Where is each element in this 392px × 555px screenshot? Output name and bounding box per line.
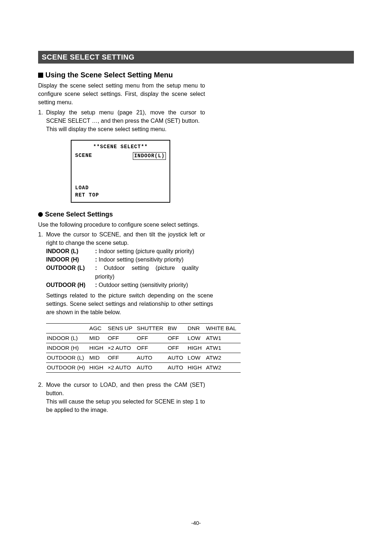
osd-load: LOAD	[75, 185, 166, 192]
cell: ATW1	[206, 343, 241, 353]
settings-step1: 1. Move the cursor to SCENE, and then ti…	[38, 230, 205, 247]
cell: OFF	[137, 333, 168, 343]
cell: OUTDOOR (L)	[46, 353, 89, 362]
table-row: INDOOR (H) HIGH ×2 AUTO OFF OFF HIGH ATW…	[46, 343, 241, 353]
def-body: Indoor setting (picture quality priority…	[99, 248, 194, 254]
cell: AUTO	[137, 353, 168, 362]
def-term: INDOOR (H)	[46, 255, 95, 264]
cell: HIGH	[188, 343, 206, 353]
step-number: 1.	[38, 108, 46, 134]
step1-line-b: This will display the scene select setti…	[46, 125, 205, 133]
cell: MID	[89, 333, 108, 343]
def-term: INDOOR (L)	[46, 247, 95, 255]
step-number: 2.	[38, 381, 46, 414]
th-shutter: SHUTTER	[137, 323, 168, 333]
cell: AUTO	[168, 353, 188, 362]
step2-line-b: This will cause the setup you selected f…	[46, 397, 205, 414]
cell: AUTO	[168, 362, 188, 372]
def-outdoor-h: OUTDOOR (H) : Outdoor setting (sensitivi…	[46, 281, 199, 289]
cell: OFF	[168, 333, 188, 343]
cell: OUTDOOR (H)	[46, 362, 89, 372]
cell: AUTO	[137, 362, 168, 372]
settings-intro: Use the following procedure to configure…	[38, 220, 205, 229]
osd-scene-label: SCENE	[75, 152, 92, 160]
table-row: INDOOR (L) MID OFF OFF OFF LOW ATW1	[46, 333, 241, 343]
settings-closing: Settings related to the picture switch d…	[46, 291, 213, 317]
th-blank	[46, 323, 89, 333]
osd-title: **SCENE SELECT**	[75, 143, 166, 151]
cell: LOW	[188, 333, 206, 343]
using-menu-title-text: Using the Scene Select Setting Menu	[45, 71, 173, 79]
cell: OFF	[108, 333, 137, 343]
table-header-row: AGC SENS UP SHUTTER BW DNR WHITE BAL	[46, 323, 241, 333]
th-whitebal: WHITE BAL	[206, 323, 241, 333]
scene-select-settings-title-text: Scene Select Settings	[45, 211, 113, 218]
def-body: Outdoor setting (sensitivity priority)	[99, 282, 188, 288]
th-bw: BW	[168, 323, 188, 333]
cell: HIGH	[89, 362, 108, 372]
osd-ret-top: RET TOP	[75, 192, 166, 199]
step2: 2. Move the cursor to LOAD, and then pre…	[38, 381, 205, 414]
cell: ATW2	[206, 353, 241, 362]
def-body: Indoor setting (sensitivity priority)	[99, 256, 184, 263]
scene-select-settings-title: Scene Select Settings	[38, 211, 354, 218]
cell: HIGH	[89, 343, 108, 353]
cell: ×2 AUTO	[108, 343, 137, 353]
osd-menu: **SCENE SELECT** SCENE INDOOR(L) LOAD RE…	[71, 140, 170, 202]
step1: 1. Display the setup menu (page 21), mov…	[38, 108, 205, 134]
using-menu-title: Using the Scene Select Setting Menu	[38, 71, 354, 79]
def-term: OUTDOOR (L)	[46, 264, 95, 280]
def-indoor-h: INDOOR (H) : Indoor setting (sensitivity…	[46, 255, 199, 264]
def-term: OUTDOOR (H)	[46, 281, 95, 289]
intro-paragraph: Display the scene select setting menu fr…	[38, 81, 205, 107]
section-header: SCENE SELECT SETTING	[38, 51, 354, 64]
cell: MID	[89, 353, 108, 362]
def-body: Outdoor setting (picture quality priorit…	[95, 265, 199, 279]
th-dnr: DNR	[188, 323, 206, 333]
circle-bullet-icon	[38, 212, 43, 217]
table-row: OUTDOOR (H) HIGH ×2 AUTO AUTO AUTO HIGH …	[46, 362, 241, 372]
settings-table: AGC SENS UP SHUTTER BW DNR WHITE BAL IND…	[46, 323, 241, 373]
cell: ATW1	[206, 333, 241, 343]
step-number: 1.	[38, 230, 46, 247]
table-row: OUTDOOR (L) MID OFF AUTO AUTO LOW ATW2	[46, 353, 241, 362]
def-outdoor-l: OUTDOOR (L) : Outdoor setting (picture q…	[46, 264, 199, 280]
th-sensup: SENS UP	[108, 323, 137, 333]
cell: INDOOR (H)	[46, 343, 89, 353]
cell: OFF	[137, 343, 168, 353]
cell: OFF	[168, 343, 188, 353]
th-agc: AGC	[89, 323, 108, 333]
def-indoor-l: INDOOR (L) : Indoor setting (picture qua…	[46, 247, 199, 255]
cell: ×2 AUTO	[108, 362, 137, 372]
cell: HIGH	[188, 362, 206, 372]
step1-line-a: Display the setup menu (page 21), move t…	[46, 108, 205, 125]
cell: LOW	[188, 353, 206, 362]
cell: ATW2	[206, 362, 241, 372]
step2-line-a: Move the cursor to LOAD, and then press …	[46, 381, 205, 397]
settings-step1-text: Move the cursor to SCENE, and then tilt …	[46, 230, 205, 247]
cell: OFF	[108, 353, 137, 362]
cell: INDOOR (L)	[46, 333, 89, 343]
osd-scene-value: INDOOR(L)	[133, 152, 166, 160]
square-bullet-icon	[38, 73, 43, 78]
page-number: -40-	[0, 520, 392, 526]
